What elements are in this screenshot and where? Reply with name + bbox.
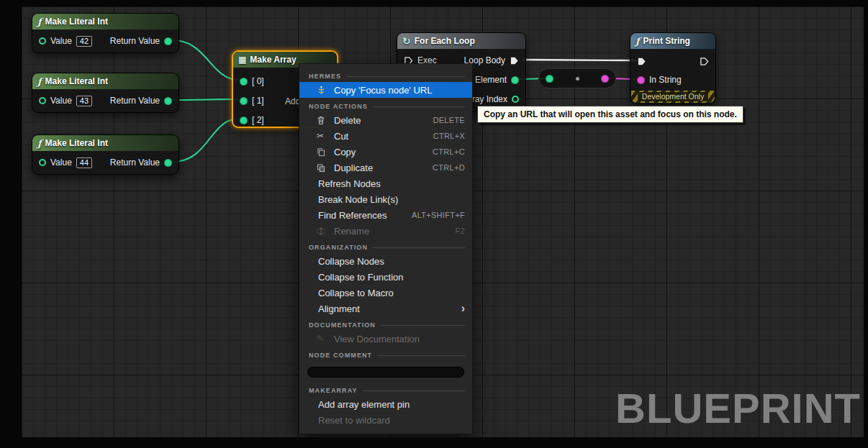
menu-item-duplicate[interactable]: Duplicate CTRL+D [299,160,472,175]
menu-item-reset-to-wildcard: Reset to wildcard [299,412,472,428]
section-divider [363,390,465,391]
node-int-to-string-conversion[interactable] [538,68,616,88]
value-input-pin[interactable] [39,159,46,166]
return-value-pin[interactable] [164,97,172,105]
submenu-arrow-icon: › [461,303,465,314]
node-title: Make Literal Int [45,76,108,86]
return-value-pin[interactable] [164,159,172,167]
node-pin-row [700,53,709,69]
node-header[interactable]: ƒ Make Literal Int [32,14,178,29]
array-element-pin-2[interactable] [240,116,248,124]
section-divider [346,76,465,77]
function-icon: ƒ [37,76,42,87]
node-header[interactable]: ƒ Print String [630,33,715,49]
pin-label: Value [50,96,72,106]
node-comment-input[interactable] [307,367,464,378]
viewport-edge-top [0,0,868,6]
node-title: Make Array [250,55,296,65]
conversion-output-pin[interactable] [601,75,609,83]
array-element-pin-1[interactable] [240,97,248,105]
conversion-dot-icon [576,77,579,81]
menu-item-delete[interactable]: Delete DELETE [299,112,472,128]
node-title: Make Literal Int [45,17,108,27]
pin-label: Return Value [110,157,160,168]
development-only-banner: Development Only [631,91,715,103]
value-field[interactable]: 44 [76,157,92,168]
banner-label: Development Only [638,92,708,101]
function-icon: ƒ [636,36,640,47]
section-divider [373,106,465,107]
menu-section-makearray: MAKEARRAY [299,382,472,396]
copy-icon [317,147,334,157]
function-icon: ƒ [37,138,42,149]
loop-icon: ↻ [402,35,411,47]
node-make-literal-int-3[interactable]: ƒ Make Literal Int Value 44 Return Value [32,134,179,175]
node-pin-row: [ 2] [240,112,264,128]
node-pin-row: Value 44 Return Value [32,151,178,174]
menu-section-node-comment: NODE COMMENT [299,347,472,361]
section-divider [377,355,465,356]
menu-item-collapse-to-function[interactable]: Collapse to Function [299,269,472,285]
menu-item-alignment[interactable]: Alignment › [299,301,472,316]
menu-item-collapse-nodes[interactable]: Collapse Nodes [299,253,472,269]
node-make-literal-int-1[interactable]: ƒ Make Literal Int Value 42 Return Value [32,13,179,53]
tooltip: Copy an URL that will open this asset an… [477,106,743,123]
pin-label: [ 1] [252,96,264,106]
pin-label: [ 0] [252,76,264,86]
value-field[interactable]: 43 [76,96,92,106]
context-menu: HERMES Copy 'Focus node' URL NODE ACTION… [299,63,473,434]
menu-item-copy[interactable]: Copy CTRL+C [299,144,472,160]
menu-item-rename: Rename F2 [299,223,472,239]
menu-item-cut[interactable]: ✂ Cut CTRL+X [299,128,472,144]
menu-section-hermes: HERMES [299,68,472,82]
function-icon: ƒ [37,17,42,27]
exec-input-pin[interactable] [637,57,646,66]
value-input-pin[interactable] [39,37,46,45]
value-field[interactable]: 42 [76,36,92,47]
menu-item-add-array-element-pin[interactable]: Add array element pin [299,396,472,412]
node-title: Make Literal Int [45,138,108,148]
array-index-output-pin[interactable] [512,96,519,103]
value-input-pin[interactable] [39,97,46,104]
array-grid-icon: ▦ [238,55,246,65]
pin-label: In String [649,75,682,85]
menu-item-break-node-links[interactable]: Break Node Link(s) [299,191,472,207]
blueprint-watermark: BLUEPRINT [615,384,861,432]
menu-section-documentation: DOCUMENTATION [299,316,472,331]
node-pin-row: [ 1] [240,93,264,109]
node-header[interactable]: ↻ For Each Loop [397,33,525,49]
menu-item-copy-focus-node-url[interactable]: Copy 'Focus node' URL [299,82,472,98]
node-title: For Each Loop [415,36,475,46]
viewport-edge-bottom [0,437,868,448]
trash-icon [317,116,334,125]
menu-item-refresh-nodes[interactable]: Refresh Nodes [299,175,472,191]
node-header[interactable]: ƒ Make Literal Int [32,73,178,89]
scissors-icon: ✂ [317,131,334,141]
section-divider [381,325,465,326]
node-print-string[interactable]: ƒ Print String In String Development Onl… [630,32,716,104]
exec-output-pin[interactable] [700,57,709,66]
menu-section-organization: ORGANIZATION [299,239,472,253]
menu-section-node-actions: NODE ACTIONS [299,98,472,112]
array-element-pin-0[interactable] [240,78,248,86]
node-pin-row [637,53,646,69]
in-string-input-pin[interactable] [637,76,645,84]
viewport-edge-left [0,0,22,448]
array-element-output-pin[interactable] [511,76,519,84]
menu-item-view-documentation: ✎ View Documentation [299,331,472,347]
loop-body-exec-pin[interactable] [510,56,519,65]
pin-label: Value [50,157,72,168]
menu-item-find-references[interactable]: Find References ALT+SHIFT+F [299,207,472,223]
section-divider [373,247,465,248]
node-make-literal-int-2[interactable]: ƒ Make Literal Int Value 43 Return Value [32,73,179,113]
return-value-pin[interactable] [164,37,172,45]
menu-item-collapse-to-macro[interactable]: Collapse to Macro [299,285,472,301]
pin-label: Return Value [110,36,160,46]
node-pin-row: Value 43 Return Value [32,89,178,112]
node-header[interactable]: ƒ Make Literal Int [32,135,178,151]
conversion-input-pin[interactable] [546,75,553,83]
viewport-edge-right [864,0,868,448]
pin-label: Value [50,36,72,46]
rename-icon [317,227,334,236]
duplicate-icon [317,163,334,173]
